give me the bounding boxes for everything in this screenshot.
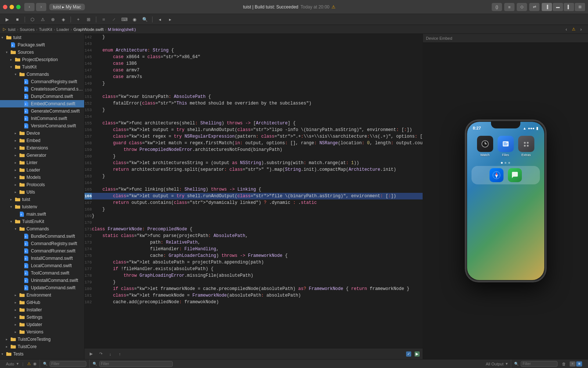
bc-tuist[interactable]: tuist bbox=[8, 27, 15, 32]
sidebar-item-tuistcoretesting[interactable]: ▸TuistCoreTesting bbox=[0, 336, 84, 343]
line-code[interactable] bbox=[92, 113, 423, 120]
line-code[interactable]: } bbox=[92, 173, 423, 180]
sidebar-item-commandregistry[interactable]: SCommandRegistry.swift bbox=[0, 78, 84, 85]
trash-icon[interactable]: 🗑 bbox=[562, 362, 566, 366]
sidebar-item-createissue[interactable]: SCreateIssueCommand.swift bbox=[0, 85, 84, 93]
app-watch[interactable]: Watch bbox=[477, 136, 493, 157]
line-code[interactable]: class FrameworkNode: PrecompiledNode { bbox=[92, 226, 423, 233]
sidebar-item-versioncmd[interactable]: SVersionCommand.swift bbox=[0, 122, 84, 130]
line-code[interactable]: case armv7 bbox=[92, 67, 423, 74]
debug-stepin[interactable]: ↓ bbox=[107, 350, 114, 358]
line-code[interactable]: throw PrecompiledNodeError.architectures… bbox=[92, 146, 423, 153]
breakpoints-button[interactable]: ⬡ bbox=[28, 15, 36, 24]
line-code[interactable]: case i386 bbox=[92, 60, 423, 67]
line-code[interactable]: } bbox=[92, 206, 423, 213]
back-nav-button[interactable]: ◂ bbox=[156, 15, 164, 24]
bc-tuistkit[interactable]: TuistKit bbox=[39, 27, 52, 32]
add-button[interactable]: + bbox=[74, 15, 82, 24]
sidebar-item-utils[interactable]: ▸Utils bbox=[0, 188, 84, 196]
sidebar-item-generatecmd[interactable]: SGenerateCommand.swift bbox=[0, 107, 84, 115]
line-code[interactable]: } bbox=[92, 279, 423, 286]
line-code[interactable] bbox=[92, 87, 423, 93]
sidebar-item-github[interactable]: ▸GitHub bbox=[0, 299, 84, 306]
app-files[interactable]: Files bbox=[498, 136, 514, 157]
line-code[interactable]: enum Architecture: String { bbox=[92, 47, 423, 54]
line-code[interactable]: static class="kw">func parse(projectPath… bbox=[92, 233, 423, 239]
sidebar-item-package-swift[interactable]: SPackage.swift bbox=[0, 41, 84, 49]
line-code[interactable]: throw GraphLoadingError.missingFile(abso… bbox=[92, 272, 423, 279]
sidebar-item-tuist2[interactable]: ▸tuist bbox=[0, 196, 84, 203]
filter-button[interactable]: ⊞ bbox=[85, 15, 93, 24]
layout-btn-3[interactable]: ▌ bbox=[564, 3, 574, 11]
line-code[interactable]: class="kw">var binaryPath: AbsolutePath … bbox=[92, 93, 423, 100]
fwd-nav-button[interactable]: ▸ bbox=[166, 15, 174, 24]
layout-btn-2[interactable]: ▬ bbox=[553, 3, 563, 11]
view-toggle-2[interactable]: ⊞ bbox=[576, 361, 582, 367]
editor-icon[interactable]: ≡ bbox=[504, 3, 514, 11]
sidebar-item-settings[interactable]: ▸Settings bbox=[0, 314, 84, 321]
sidebar-item-models[interactable]: ▸Models bbox=[0, 174, 84, 181]
line-code[interactable] bbox=[92, 219, 423, 226]
sidebar-item-commandreg2[interactable]: SCommandRegistry.swift bbox=[0, 240, 84, 247]
sidebar-item-toolcmd[interactable]: SToolCommand.swift bbox=[0, 269, 84, 277]
debug-continue[interactable]: ▶ bbox=[87, 350, 95, 358]
line-code[interactable]: class="kw">let framewokNode = FrameworkN… bbox=[92, 292, 423, 299]
filter-input-3[interactable] bbox=[521, 361, 557, 367]
line-code[interactable]: class="kw">let output = try shell.runAnd… bbox=[92, 193, 423, 199]
sidebar-item-bundlecmd[interactable]: SBundleCommand.swift bbox=[0, 233, 84, 240]
dock-safari[interactable] bbox=[490, 168, 503, 182]
hierarchy-button[interactable]: ⟋ bbox=[110, 15, 118, 24]
breadcrumb-back[interactable]: ‹ bbox=[562, 25, 570, 33]
line-code[interactable]: fileHandler: FileHandling, bbox=[92, 246, 423, 252]
maximize-button[interactable] bbox=[16, 5, 21, 9]
line-code[interactable]: class="kw">let output = try shell.runAnd… bbox=[92, 127, 423, 133]
sidebar-item-initcmd[interactable]: SInitCommand.swift bbox=[0, 115, 84, 122]
bc-method[interactable]: M linking(shell:) bbox=[108, 27, 136, 32]
line-code[interactable]: } bbox=[92, 80, 423, 87]
sidebar-item-uninstallcmd[interactable]: SUninstallCommand.swift bbox=[0, 277, 84, 284]
sidebar-item-project-desc[interactable]: ▸ProjectDescription bbox=[0, 56, 84, 63]
line-code[interactable]: } bbox=[92, 107, 423, 113]
line-code[interactable] bbox=[92, 180, 423, 186]
link-button[interactable]: ⌗ bbox=[100, 15, 108, 24]
sidebar-item-extensions[interactable]: ▸Extensions bbox=[0, 144, 84, 152]
line-code[interactable]: class="kw">let regex = try NSRegularExpr… bbox=[92, 133, 423, 140]
search-button[interactable]: 🔍 bbox=[141, 15, 149, 24]
line-code[interactable]: } bbox=[92, 153, 423, 160]
sidebar-item-tuistcore[interactable]: ▸TuistCore bbox=[0, 343, 84, 350]
line-code[interactable]: class="kw">let architecturesString = (ou… bbox=[92, 160, 423, 166]
filter-input-1[interactable] bbox=[50, 361, 86, 367]
scheme-label[interactable]: tuist ▸ My Mac bbox=[49, 4, 85, 10]
sidebar-item-sources[interactable]: ▾Sources bbox=[0, 49, 84, 56]
debug-stepout[interactable]: ↑ bbox=[116, 350, 123, 358]
minimize-button[interactable] bbox=[10, 5, 14, 9]
errors-button[interactable]: ⊗ bbox=[49, 15, 57, 24]
line-code[interactable]: case x8664 = class="str">"x86_64" bbox=[92, 54, 423, 60]
debug-stepover[interactable]: ↷ bbox=[97, 350, 104, 358]
run-button[interactable]: ▶ bbox=[3, 15, 11, 24]
sidebar-item-installer[interactable]: ▸Installer bbox=[0, 306, 84, 314]
line-code[interactable]: fatalError(class="str">"This method shou… bbox=[92, 100, 423, 107]
sidebar-item-embedcmd[interactable]: SEmbedCommand.swift bbox=[0, 100, 84, 107]
view-toggle-1[interactable]: ≡ bbox=[570, 361, 576, 367]
sidebar-item-linter[interactable]: ▸Linter bbox=[0, 159, 84, 166]
line-code[interactable]: class="kw">let absolutePath = projectPat… bbox=[92, 259, 423, 266]
sidebar-item-tuist-root[interactable]: ▾tuist bbox=[0, 34, 84, 41]
code-editor[interactable]: 142 }143 144 enum Architecture: String {… bbox=[85, 34, 423, 348]
sidebar-item-tuistkit[interactable]: ▾TuistKit bbox=[0, 63, 84, 71]
bc-sources[interactable]: Sources bbox=[20, 27, 35, 32]
sidebar-item-dump[interactable]: SDumpCommand.swift bbox=[0, 93, 84, 100]
breakpoint-icon[interactable]: {} bbox=[492, 3, 502, 11]
line-code[interactable]: case armv7s bbox=[92, 74, 423, 80]
line-code[interactable]: if class="kw">let frameworkNode = cache.… bbox=[92, 286, 423, 292]
line-code[interactable]: if !fileHandler.exists(absolutePath) { bbox=[92, 266, 423, 272]
sidebar-item-tests[interactable]: ▾Tests bbox=[0, 350, 84, 358]
line-code[interactable]: cache.add(precompiledNode: framewokNode) bbox=[92, 299, 423, 305]
sidebar-item-tuistenv[interactable]: ▾tuistenv bbox=[0, 203, 84, 210]
sidebar-item-tuistenvkit[interactable]: ▾TuistEnvKit bbox=[0, 218, 84, 225]
sidebar-item-environment[interactable]: ▸Environment bbox=[0, 291, 84, 299]
bc-loader[interactable]: Loader bbox=[57, 27, 69, 32]
forward-button[interactable]: › bbox=[36, 3, 46, 11]
sidebar-item-commandrun[interactable]: SCommandRunner.swift bbox=[0, 247, 84, 255]
warnings-button[interactable]: ⚠ bbox=[39, 15, 47, 24]
